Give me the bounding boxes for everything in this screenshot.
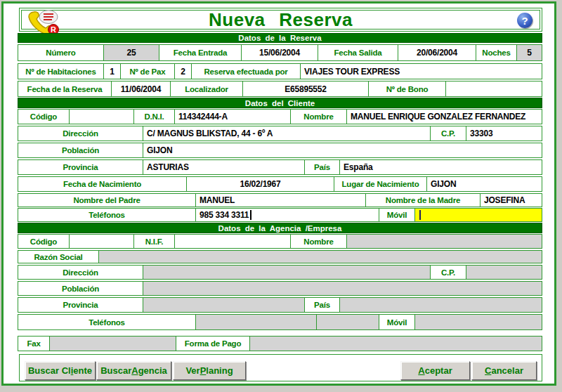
- nif-label: N.I.F.: [133, 234, 175, 249]
- aceptar-button[interactable]: Aceptar: [400, 361, 470, 380]
- nueva-reserva-window: { "window": { "title": "Nueva Reserva", …: [0, 0, 562, 392]
- bono-label: Nº de Bono: [368, 81, 446, 97]
- buscar-agencia-label-pre: Buscar: [100, 365, 131, 376]
- fecha-nacimiento-field[interactable]: 16/02/1967: [186, 176, 334, 192]
- agencia-nombre-field: [346, 234, 542, 249]
- razon-social-label: Razón Social: [18, 250, 99, 263]
- row-agencia-7: Fax Forma de Pago: [18, 336, 542, 351]
- section-header-agencia: Datos de la Agencia /Empresa: [18, 223, 542, 233]
- row-cliente-3: Población GIJON: [18, 143, 542, 158]
- row-cliente-1: Código D.N.I. 114342444-A Nombre MANUEL …: [18, 109, 542, 124]
- aceptar-label-post: ceptar: [425, 365, 452, 376]
- fecha-reserva-label: Fecha de la Reserva: [18, 81, 112, 97]
- bono-field[interactable]: [445, 81, 542, 97]
- madre-label: Nombre de la Madre: [365, 193, 481, 207]
- fax-label: Fax: [18, 336, 50, 351]
- row-agencia-2: Razón Social: [18, 250, 542, 263]
- buscar-agencia-accel: A: [131, 365, 138, 376]
- page-title: Nueva Reserva: [209, 9, 353, 31]
- buscar-cliente-label-post: ente: [73, 365, 92, 376]
- row-cliente-2: Dirección C/ MAGNUS BLIKSTAD, 44 - 6º A …: [18, 126, 542, 141]
- padre-field[interactable]: MANUEL: [195, 193, 366, 207]
- localizador-field[interactable]: E65895552: [242, 81, 369, 97]
- numero-field: 25: [103, 44, 159, 61]
- cancelar-button[interactable]: Cancelar: [471, 361, 537, 380]
- cliente-direccion-field[interactable]: C/ MAGNUS BLIKSTAD, 44 - 6º A: [143, 126, 431, 141]
- agencia-cp-field: [466, 265, 542, 280]
- razon-social-field: [98, 250, 542, 263]
- agencia-direccion-label: Dirección: [18, 265, 143, 280]
- fecha-entrada-field[interactable]: 15/06/2004: [241, 44, 318, 61]
- agencia-codigo-label: Código: [18, 234, 70, 249]
- row-cliente-5: Fecha de Nacimiento 16/02/1967 Lugar de …: [18, 176, 542, 192]
- madre-field[interactable]: JOSEFINA: [480, 193, 542, 207]
- row-reserva-3: Fecha de la Reserva 11/06/2004 Localizad…: [18, 81, 542, 97]
- cliente-pais-label: País: [304, 159, 340, 175]
- forma-pago-label: Forma de Pago: [176, 336, 250, 351]
- dni-label: D.N.I.: [133, 109, 175, 124]
- ver-planing-label-pre: Ver: [185, 365, 200, 376]
- cliente-provincia-field[interactable]: ASTURIAS: [143, 159, 305, 175]
- efectuada-por-label: Reserva efectuada por: [191, 63, 301, 79]
- nif-field[interactable]: [174, 234, 291, 249]
- pax-label: Nº de Pax: [120, 63, 175, 79]
- section-header-cliente: Datos del Cliente: [18, 98, 542, 108]
- agencia-codigo-field[interactable]: [69, 234, 134, 249]
- cliente-movil-field[interactable]: [414, 208, 542, 222]
- cliente-provincia-label: Provincia: [18, 159, 143, 175]
- row-cliente-6: Nombre del Padre MANUEL Nombre de la Mad…: [18, 193, 542, 207]
- habitaciones-label: Nº de Habitaciones: [18, 63, 104, 79]
- cancelar-label-post: ancelar: [491, 365, 523, 376]
- numero-label: Número: [18, 44, 104, 61]
- efectuada-por-field[interactable]: VIAJES TOUR EXPRESS: [300, 63, 542, 79]
- agencia-provincia-field: [143, 297, 305, 313]
- cliente-codigo-label: Código: [18, 109, 70, 124]
- fecha-reserva-field[interactable]: 11/06/2004: [111, 81, 171, 97]
- forma-pago-field: [249, 336, 542, 351]
- cliente-codigo-field[interactable]: [69, 109, 134, 124]
- row-agencia-3: Dirección C.P.: [18, 265, 542, 280]
- agencia-provincia-label: Provincia: [18, 297, 143, 313]
- cliente-cp-label: C.P.: [430, 126, 466, 141]
- agencia-movil-field: [414, 314, 542, 330]
- localizador-label: Localizador: [170, 81, 243, 97]
- agencia-telefono1-field: [195, 314, 317, 330]
- agencia-telefono2-field: [316, 314, 379, 330]
- cancelar-accel: C: [485, 365, 491, 376]
- help-icon[interactable]: ?: [517, 13, 532, 28]
- buscar-cliente-label-pre: Buscar Cl: [28, 365, 71, 376]
- pax-field[interactable]: 2: [174, 63, 192, 79]
- agencia-cp-label: C.P.: [430, 265, 466, 280]
- buscar-cliente-button[interactable]: Buscar Cliente: [25, 361, 96, 380]
- dni-field[interactable]: 114342444-A: [174, 109, 291, 124]
- row-cliente-7: Teléfonos 985 334 3311 Móvil: [18, 208, 542, 222]
- cliente-pais-field[interactable]: España: [339, 159, 542, 175]
- agencia-poblacion-label: Población: [18, 281, 143, 296]
- aceptar-accel: A: [418, 365, 424, 376]
- cliente-cp-field[interactable]: 33303: [466, 126, 542, 141]
- cliente-poblacion-label: Población: [18, 143, 143, 158]
- title-bar-inner: R Nueva Reserva ?: [21, 10, 540, 30]
- row-cliente-4: Provincia ASTURIAS País España: [18, 159, 542, 175]
- text-caret: [250, 210, 251, 220]
- row-agencia-1: Código N.I.F. Nombre: [18, 234, 542, 249]
- cliente-poblacion-field[interactable]: GIJON: [143, 143, 542, 158]
- habitaciones-field[interactable]: 1: [103, 63, 121, 79]
- ver-planing-accel: P: [200, 365, 207, 376]
- fecha-salida-field[interactable]: 20/06/2004: [398, 44, 476, 61]
- section-header-reserva: Datos de la Reserva: [18, 33, 542, 43]
- row-agencia-6: Teléfonos Móvil: [18, 314, 542, 330]
- lugar-nacimiento-label: Lugar de Nacimiento: [334, 176, 427, 192]
- agencia-movil-label: Móvil: [379, 314, 415, 330]
- cliente-nombre-field[interactable]: MANUEL ENRIQUE GONZALEZ FERNANDEZ: [346, 109, 542, 124]
- lugar-nacimiento-field[interactable]: GIJON: [426, 176, 542, 192]
- fecha-nacimiento-label: Fecha de Nacimiento: [18, 176, 187, 192]
- fecha-entrada-label: Fecha Entrada: [159, 44, 242, 61]
- buscar-agencia-button[interactable]: Buscar Agencia: [96, 361, 171, 380]
- agencia-poblacion-field: [143, 281, 542, 296]
- row-reserva-2: Nº de Habitaciones 1 Nº de Pax 2 Reserva…: [18, 63, 542, 79]
- ver-planing-label-post: laning: [206, 365, 233, 376]
- ver-planing-button[interactable]: Ver Planing: [173, 361, 246, 380]
- row-agencia-5: Provincia País: [18, 297, 542, 313]
- cliente-telefonos-field[interactable]: 985 334 3311: [195, 208, 379, 222]
